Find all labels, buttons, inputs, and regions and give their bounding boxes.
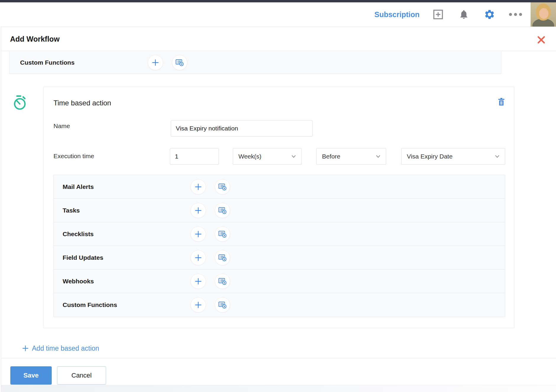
custom-functions-panel: Custom Functions xyxy=(9,51,501,74)
more-ellipsis-icon[interactable] xyxy=(509,13,522,16)
mail-alerts-add-from-list-button[interactable] xyxy=(215,179,230,195)
user-avatar[interactable] xyxy=(531,2,556,27)
close-x-icon xyxy=(537,35,546,44)
time-unit-dropdown[interactable]: Week(s) xyxy=(233,148,302,165)
window-top-strip xyxy=(0,0,556,2)
plus-icon xyxy=(194,277,202,285)
action-row-label: Webhooks xyxy=(63,270,94,293)
delete-action-button[interactable] xyxy=(496,97,507,107)
date-field-dropdown[interactable]: Visa Expiry Date xyxy=(401,148,505,165)
action-row-checklists: Checklists xyxy=(54,222,505,246)
webhooks-add-from-list-button[interactable] xyxy=(215,274,230,289)
plus-icon xyxy=(194,301,202,309)
action-row-label: Custom Functions xyxy=(63,293,117,317)
before-after-dropdown[interactable]: Before xyxy=(316,148,386,165)
add-time-based-action-label: Add time based action xyxy=(32,344,99,352)
bottom-strip xyxy=(1,385,556,392)
chevron-down-icon xyxy=(376,155,381,158)
action-row-custom-functions: Custom Functions xyxy=(54,293,505,317)
notifications-bell-icon[interactable] xyxy=(459,9,469,19)
tasks-add-button[interactable] xyxy=(191,203,206,218)
add-from-list-icon xyxy=(218,183,227,191)
add-from-list-icon xyxy=(218,254,227,262)
plus-icon xyxy=(194,207,202,214)
execution-time-input[interactable] xyxy=(170,148,219,165)
checklists-add-button[interactable] xyxy=(191,226,206,242)
custom-functions-label: Custom Functions xyxy=(20,59,74,66)
settings-gear-icon[interactable] xyxy=(484,9,495,20)
subscription-link[interactable]: Subscription xyxy=(374,10,420,19)
cancel-button[interactable]: Cancel xyxy=(57,366,106,385)
footer-divider xyxy=(1,358,556,358)
add-from-list-icon xyxy=(218,207,227,214)
add-time-based-action-link[interactable]: Add time based action xyxy=(22,343,99,353)
custom-functions-row-add-from-list-button[interactable] xyxy=(215,297,230,313)
ellipsis-icon-svg xyxy=(509,13,522,16)
panel-header: Add Workflow xyxy=(1,27,556,51)
action-row-label: Tasks xyxy=(63,199,80,222)
add-window-icon-svg xyxy=(433,9,443,19)
before-after-value: Before xyxy=(322,153,340,160)
close-button[interactable] xyxy=(535,35,547,45)
date-field-value: Visa Expiry Date xyxy=(407,153,453,160)
action-row-mail-alerts: Mail Alerts xyxy=(54,175,505,199)
add-from-list-icon xyxy=(175,59,184,66)
add-window-icon[interactable] xyxy=(433,9,443,19)
custom-functions-add-button[interactable] xyxy=(148,55,163,70)
action-row-label: Field Updates xyxy=(63,246,103,270)
chevron-down-icon xyxy=(291,155,296,158)
plus-icon xyxy=(152,59,159,66)
time-unit-value: Week(s) xyxy=(238,153,261,160)
custom-functions-add-from-list-button[interactable] xyxy=(172,55,187,70)
gear-icon-svg xyxy=(484,9,495,20)
mail-alerts-add-button[interactable] xyxy=(191,179,206,195)
action-row-webhooks: Webhooks xyxy=(54,270,505,293)
action-row-field-updates: Field Updates xyxy=(54,246,505,270)
chevron-down-icon xyxy=(495,155,500,158)
field-updates-add-from-list-button[interactable] xyxy=(215,250,230,265)
custom-functions-row-add-button[interactable] xyxy=(191,297,206,313)
topbar: Subscription xyxy=(0,2,556,27)
stopwatch-icon-svg xyxy=(12,94,27,111)
plus-icon xyxy=(194,183,202,191)
action-row-label: Checklists xyxy=(63,222,94,246)
name-input[interactable] xyxy=(171,120,313,137)
stopwatch-icon xyxy=(12,94,27,111)
add-workflow-panel: Add Workflow Custom Functions xyxy=(1,27,556,392)
webhooks-add-button[interactable] xyxy=(191,274,206,289)
add-from-list-icon xyxy=(218,301,227,309)
add-from-list-icon xyxy=(218,230,227,238)
action-row-label: Mail Alerts xyxy=(63,175,94,199)
plus-icon xyxy=(194,254,202,262)
actions-list: Mail Alerts Tasks xyxy=(53,175,505,317)
plus-icon xyxy=(22,345,29,352)
trash-icon xyxy=(498,98,505,106)
screen: Subscription Add Workflow xyxy=(0,0,556,392)
page-title: Add Workflow xyxy=(10,27,60,51)
field-updates-add-button[interactable] xyxy=(191,250,206,265)
execution-time-label: Execution time xyxy=(53,153,94,160)
add-from-list-icon xyxy=(218,277,227,285)
card-title: Time based action xyxy=(53,99,111,107)
action-row-tasks: Tasks xyxy=(54,199,505,222)
name-label: Name xyxy=(53,122,70,130)
plus-icon xyxy=(194,230,202,238)
time-based-action-card: Time based action Name Execution time We… xyxy=(43,87,514,328)
save-button[interactable]: Save xyxy=(10,366,52,385)
tasks-add-from-list-button[interactable] xyxy=(215,203,230,218)
bell-icon-svg xyxy=(459,9,469,19)
checklists-add-from-list-button[interactable] xyxy=(215,226,230,242)
